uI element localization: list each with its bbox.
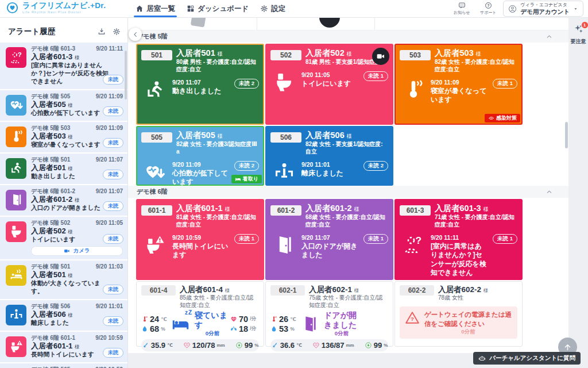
care-tag: 看取り [231,175,262,183]
resident-name: 入居者505 様 [176,131,223,140]
spo2-icon [365,342,372,349]
bed-sleep-icon: zZ [171,315,190,334]
alert-message: 離床しました [31,319,109,327]
app-header: ライフリズムナビ.+Dr. Life Rhythm Navi Plus Doct… [0,0,588,18]
room-card-601-3[interactable]: 601-3入居者601-3 様71歳 女性 - 要介護度:自立/認知症度:自立?… [394,199,523,280]
floor-sections: デモ棟 5階501入居者501 様80歳 男性 - 要介護度:自立/認知症度:自… [127,30,568,349]
warning-question-icon: ? [405,310,420,325]
resident-details: 82歳 女性 - 要介護度:自立/認知症度:自立 [435,59,517,74]
warning-message: ゲートウェイの電源または通信をご確認ください [424,310,512,328]
heart-down-icon [6,95,26,116]
toilet-warn-icon [6,336,26,357]
room-number-badge: 601-3 [400,205,431,216]
alert-status-badge: 未読 [103,201,123,211]
room-card-506[interactable]: 506入居者506 様82歳 女性 - 要支援1/認知症度:自立9/20 11:… [265,126,393,186]
vitals-summary: 36.6℃136/87mm99% [270,339,388,351]
room-card-601-2[interactable]: 601-2入居者601-2 様68歳 女性 - 要介護度:自立/認知症度:自立9… [265,199,393,280]
heart-down-icon [143,161,167,187]
camera-button[interactable]: カメラ [31,246,123,256]
alert-time: 9/20 11:09 [431,79,488,86]
alert-message: トイレにいます [31,236,109,244]
chevron-down-icon [573,6,578,12]
alert-location: デモ棟 5階 501 [31,156,70,163]
alert-item[interactable]: デモ棟 6階 601-29/20 11:07入居者601-2 様入口のドアが開き… [0,185,127,217]
svg-text:?: ? [487,3,489,7]
toilet-warn-icon [143,234,167,260]
resident-name: 入居者601-4 様 [180,285,230,294]
alert-item[interactable]: デモ棟 5階 5019/20 11:07入居者501 様動き出しました未読 [0,154,127,185]
alert-settings-button[interactable] [113,28,121,36]
unread-badge: 未読 1 [363,71,388,81]
room-number-badge: 601-2 [270,205,301,216]
notice-button[interactable]: お知らせ [450,2,473,16]
notice-label: お知らせ [454,10,470,16]
resident-name: 入居者602-2 様 [438,285,488,294]
room-card-601-1[interactable]: 601-1入居者601-1 様81歳 女性 - 要介護度:自立/認知症度:自立9… [136,199,264,280]
respiration-icon [230,325,237,332]
room-overview: デモ棟 5階501入居者501 様80歳 男性 - 要介護度:自立/認知症度:自… [127,17,568,353]
attention-rail[interactable]: 1 要注意 [570,24,587,45]
alert-time: 9/20 11:09 [96,125,123,132]
spo2-icon [235,342,243,349]
tab-dashboard[interactable]: ダッシュボード [187,0,249,17]
alert-item[interactable]: デモ棟 6階 601-19/20 10:59入居者601-1 様長時間トイレにい… [0,332,127,363]
room-card-602-2[interactable]: 602-2入居者602-2 様78歳 女性?ゲートウェイの電源または通信をご確認… [394,281,523,347]
blood-pressure-icon [312,342,320,349]
resident-name: 入居者506 様 [305,131,352,140]
download-button[interactable] [98,28,106,36]
account-menu[interactable]: ヴィラ・エコナビスタ デモ用アカウント [503,1,583,17]
alert-message: [室内に異常はありませんか？]センサーが反応を検知できません [31,62,109,85]
alert-message: 長時間トイレにいます [172,242,229,260]
humidity-icon [270,325,277,332]
unread-badge: 未読 1 [493,79,517,89]
alert-time: 9/20 11:09 [96,93,123,100]
alert-time: 9/20 11:01 [96,303,123,310]
alert-status-badge: 未読 [103,170,123,179]
account-name: デモ用アカウント [520,8,570,16]
room-card-501[interactable]: 501入居者501 様80歳 男性 - 要介護度:自立/認知症度:自立9/20 … [136,44,264,125]
alert-resident-name: 入居者601-3 様 [31,52,123,62]
alert-location: デモ棟 5階 503 [31,125,70,132]
alert-time: 9/20 11:11 [431,234,488,241]
alert-item[interactable]: デモ棟 5階 5029/20 11:05入居者502 様トイレにいますカメラ未読 [0,217,127,260]
alert-item[interactable]: デモ棟 5階 5069/20 11:01入居者506 様離床しました未読 [0,300,127,332]
room-number-badge: 506 [270,132,301,143]
thermo-icon [6,126,26,147]
alert-item[interactable]: デモ棟 5階 5039/20 11:09入居者503 様寝室が暑くなっています未… [0,122,127,154]
bed-exit-icon [6,305,26,325]
alert-time: 9/20 11:05 [96,220,123,227]
person-up-icon [6,158,26,179]
warning-ago: 0分前 [424,328,512,336]
support-button[interactable]: ? サポート [477,2,500,16]
alert-item[interactable]: ?デモ棟 6階 601-39/20 11:11入居者601-3 様[室内に異常は… [0,43,127,90]
room-card-602-1[interactable]: 602-1入居者602-1 様75歳 女性 - 要介護度:自立/認知症度:自立2… [265,281,393,347]
collapse-floor-button[interactable] [546,189,552,195]
tab-label: 居室一覧 [146,4,175,14]
room-card-502[interactable]: 502入居者502 様81歳 男性 - 要支援1/認知症度I9/20 11:05… [265,44,393,125]
tab-settings[interactable]: 設定 [260,0,285,17]
alert-item[interactable]: デモ棟 5階 5059/20 10:59入居者505 様心拍数が上昇しています未… [0,363,127,368]
alert-time: 9/20 11:03 [96,263,123,270]
main-scrollbar[interactable] [565,122,568,148]
tab-label: ダッシュボード [198,4,249,14]
collapse-sidebar-button[interactable] [129,28,142,41]
sidebar-scrollbar[interactable] [125,51,127,99]
alert-location: デモ棟 6階 601-3 [31,45,75,52]
body-temperature: 35.9 [151,341,165,350]
alert-item[interactable]: デモ棟 5階 5059/20 11:09入居者505 様心拍数が低下しています未… [0,90,127,122]
door-icon [6,190,26,210]
room-card-503[interactable]: 503入居者503 様82歳 女性 - 要介護度:自立/認知症度:自立9/20 … [394,44,523,125]
blood-pressure: 120/78 [192,341,215,350]
alert-location: デモ棟 5階 502 [31,220,70,227]
virtual-assistant-button[interactable]: バーチャルアシスタントに質問 [473,352,581,365]
bed-sleep-icon [235,176,241,182]
resident-details: 78歳 女性 [438,294,488,302]
camera-button[interactable] [372,48,389,65]
tab-room-list[interactable]: 居室一覧 [136,0,175,17]
room-card-601-4[interactable]: 601-4入居者601-4 様85歳 女性 - 要介護度:自立/認知症度:自立2… [136,281,264,347]
room-card-505[interactable]: 505入居者505 様82歳 女性 - 要介護3/認知症度Ⅲ a9/20 11:… [136,126,264,186]
collapse-floor-button[interactable] [546,33,552,40]
heart-rate: 70 [239,315,248,324]
alert-item[interactable]: デモ棟 5階 5019/20 11:03入居者501 様体動が大きくなっています… [0,260,127,300]
room-number-badge: 505 [141,132,172,143]
